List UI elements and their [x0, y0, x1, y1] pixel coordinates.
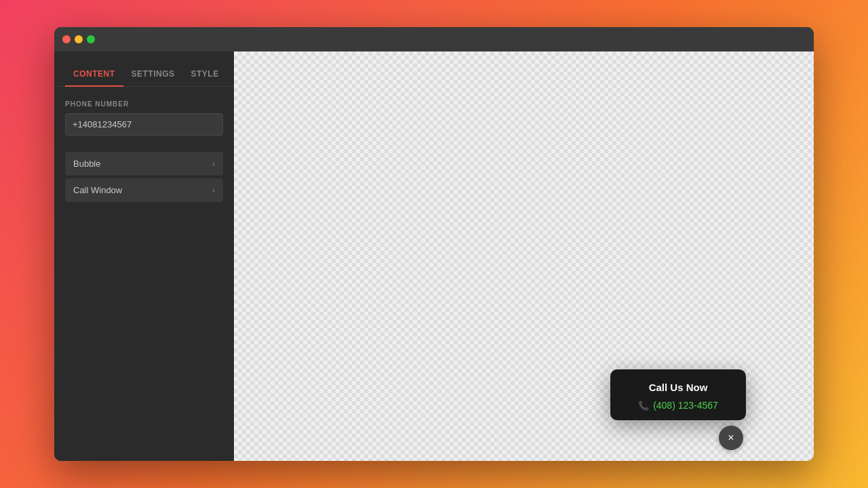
accordion-bubble[interactable]: Bubble ›: [65, 152, 223, 176]
call-window-widget-number[interactable]: 📞 (408) 123-4567: [621, 400, 735, 411]
title-bar: [54, 27, 814, 52]
phone-number-label: PHONE NUMBER: [65, 100, 223, 108]
sidebar: CONTENT SETTINGS STYLE PHONE NUMBER Bubb…: [54, 52, 234, 461]
maximize-button[interactable]: [87, 35, 95, 43]
window-body: CONTENT SETTINGS STYLE PHONE NUMBER Bubb…: [54, 52, 814, 461]
accordion-call-window-label: Call Window: [73, 185, 122, 195]
call-window-widget: Call Us Now 📞 (408) 123-4567: [610, 369, 746, 420]
close-button[interactable]: [62, 35, 71, 43]
traffic-lights: [62, 35, 95, 43]
tab-settings[interactable]: SETTINGS: [123, 62, 183, 87]
call-window-widget-title: Call Us Now: [621, 382, 735, 393]
phone-icon: 📞: [638, 401, 649, 411]
tab-bar: CONTENT SETTINGS STYLE: [54, 52, 234, 87]
tab-content[interactable]: CONTENT: [65, 62, 123, 87]
chevron-right-icon-2: ›: [212, 186, 215, 195]
tab-style[interactable]: STYLE: [183, 62, 227, 87]
close-icon: ×: [728, 432, 734, 444]
accordion-bubble-label: Bubble: [73, 159, 100, 169]
minimize-button[interactable]: [75, 35, 83, 43]
sidebar-content: PHONE NUMBER Bubble › Call Window ›: [54, 100, 234, 205]
main-canvas: Call Us Now 📞 (408) 123-4567 ×: [234, 52, 814, 461]
phone-number-input[interactable]: [65, 113, 223, 136]
close-widget-button[interactable]: ×: [719, 426, 743, 450]
accordion-call-window[interactable]: Call Window ›: [65, 178, 223, 202]
call-window-phone-display: (408) 123-4567: [653, 400, 718, 411]
app-window: CONTENT SETTINGS STYLE PHONE NUMBER Bubb…: [54, 27, 814, 461]
chevron-right-icon: ›: [212, 159, 215, 169]
